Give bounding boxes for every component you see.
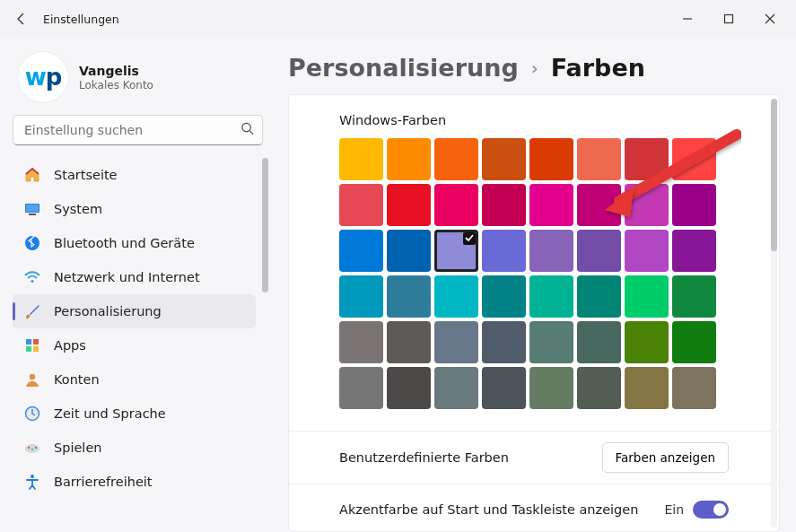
color-swatch[interactable] — [577, 184, 621, 226]
close-button[interactable] — [749, 4, 791, 33]
color-swatch[interactable] — [529, 230, 573, 272]
svg-rect-5 — [26, 205, 39, 212]
color-swatch[interactable] — [434, 138, 478, 180]
breadcrumb-current: Farben — [551, 54, 645, 82]
content-scrollbar-thumb[interactable] — [771, 99, 777, 251]
color-swatch[interactable] — [625, 275, 669, 318]
show-colors-button[interactable]: Farben anzeigen — [602, 442, 729, 473]
color-swatch[interactable] — [387, 138, 431, 180]
breadcrumb-parent[interactable]: Personalisierung — [288, 54, 519, 82]
svg-rect-1 — [725, 15, 733, 23]
minimize-button[interactable] — [667, 4, 708, 33]
color-swatch[interactable] — [387, 230, 431, 272]
color-swatch[interactable] — [434, 321, 478, 363]
sidebar-item-system[interactable]: System — [13, 192, 256, 226]
sidebar-item-game[interactable]: Spielen — [13, 431, 256, 465]
content-scrollbar-track[interactable] — [771, 99, 777, 528]
color-swatch[interactable] — [482, 230, 526, 272]
color-swatch[interactable] — [387, 321, 431, 363]
color-swatch[interactable] — [434, 230, 478, 272]
color-swatch[interactable] — [482, 275, 526, 318]
maximize-icon — [723, 13, 734, 24]
color-swatch[interactable] — [434, 184, 478, 226]
sidebar: wp Vangelis Lokales Konto StartseiteSyst… — [0, 38, 274, 532]
color-swatch[interactable] — [339, 138, 383, 180]
color-swatch[interactable] — [672, 230, 716, 272]
color-swatch-grid — [339, 138, 729, 409]
sidebar-item-time[interactable]: Zeit und Sprache — [13, 397, 256, 431]
color-swatch[interactable] — [625, 230, 669, 272]
color-swatch[interactable] — [577, 367, 621, 409]
color-swatch[interactable] — [577, 275, 621, 318]
color-swatch[interactable] — [625, 184, 669, 226]
color-swatch[interactable] — [529, 184, 573, 226]
color-swatch[interactable] — [672, 321, 716, 363]
wifi-icon — [23, 268, 41, 286]
svg-rect-10 — [33, 339, 39, 344]
sidebar-item-label: Barrierefreiheit — [54, 475, 153, 489]
titlebar: Einstellungen — [0, 0, 796, 38]
sidebar-scrollbar-track[interactable] — [262, 158, 268, 532]
sidebar-item-label: System — [54, 202, 102, 216]
color-swatch[interactable] — [577, 230, 621, 272]
color-swatch[interactable] — [482, 184, 526, 226]
color-swatch[interactable] — [529, 138, 573, 180]
maximize-button[interactable] — [708, 4, 749, 33]
window-title: Einstellungen — [43, 13, 119, 26]
access-icon — [23, 473, 41, 491]
search-input[interactable] — [13, 115, 263, 145]
svg-point-16 — [28, 447, 30, 449]
brush-icon — [23, 302, 41, 320]
color-swatch[interactable] — [482, 321, 526, 363]
account-block[interactable]: wp Vangelis Lokales Konto — [13, 47, 268, 115]
color-swatch[interactable] — [672, 367, 716, 409]
sidebar-item-label: Bluetooth und Geräte — [54, 236, 195, 250]
sidebar-item-label: Apps — [54, 338, 86, 353]
sidebar-item-wifi[interactable]: Netzwerk und Internet — [13, 260, 256, 294]
accent-toggle-switch[interactable] — [693, 501, 729, 519]
color-swatch[interactable] — [482, 138, 526, 180]
sidebar-item-label: Personalisierung — [54, 304, 162, 318]
sidebar-item-home[interactable]: Startseite — [13, 158, 256, 192]
sidebar-scrollbar-thumb[interactable] — [262, 158, 268, 292]
color-swatch[interactable] — [434, 275, 478, 318]
color-swatch[interactable] — [339, 230, 383, 272]
color-swatch[interactable] — [625, 367, 669, 409]
color-swatch[interactable] — [577, 321, 621, 363]
back-button[interactable] — [5, 3, 38, 35]
search-box[interactable] — [13, 115, 263, 145]
color-swatch[interactable] — [625, 321, 669, 363]
color-swatch[interactable] — [339, 275, 383, 318]
color-swatch[interactable] — [339, 184, 383, 226]
color-swatch[interactable] — [529, 367, 573, 409]
sidebar-item-user[interactable]: Konten — [13, 362, 256, 397]
color-swatch[interactable] — [387, 184, 431, 226]
color-swatch[interactable] — [625, 138, 669, 180]
color-swatch[interactable] — [434, 367, 478, 409]
color-swatch[interactable] — [529, 321, 573, 363]
color-swatch[interactable] — [482, 367, 526, 409]
color-swatch[interactable] — [339, 321, 383, 363]
sidebar-item-brush[interactable]: Personalisierung — [13, 294, 256, 328]
color-swatch[interactable] — [339, 367, 383, 409]
color-swatch[interactable] — [672, 275, 716, 318]
sidebar-item-apps[interactable]: Apps — [13, 328, 256, 362]
system-icon — [23, 200, 41, 218]
minimize-icon — [682, 13, 693, 24]
color-swatch[interactable] — [387, 275, 431, 318]
bt-icon — [23, 234, 41, 252]
sidebar-item-access[interactable]: Barrierefreiheit — [13, 465, 256, 499]
apps-icon — [23, 336, 41, 354]
color-swatch[interactable] — [672, 138, 716, 180]
color-swatch[interactable] — [577, 138, 621, 180]
home-icon — [23, 166, 41, 184]
sidebar-item-bt[interactable]: Bluetooth und Geräte — [13, 226, 256, 260]
color-swatch[interactable] — [387, 367, 431, 409]
svg-rect-6 — [29, 214, 36, 215]
user-icon — [23, 371, 41, 388]
svg-point-18 — [31, 449, 33, 450]
color-swatch[interactable] — [672, 184, 716, 226]
account-sub: Lokales Konto — [79, 79, 153, 92]
svg-rect-11 — [26, 346, 31, 352]
color-swatch[interactable] — [529, 275, 573, 318]
